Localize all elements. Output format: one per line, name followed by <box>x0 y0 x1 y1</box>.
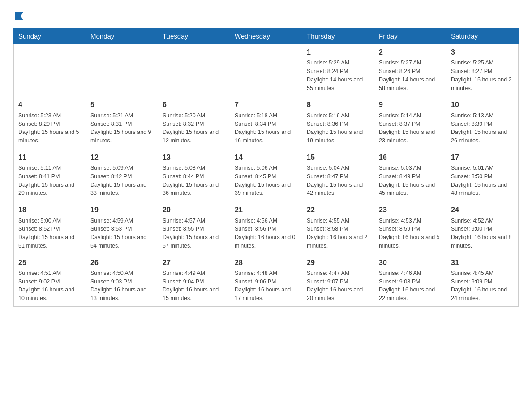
calendar-cell: 23Sunrise: 4:53 AM Sunset: 8:59 PM Dayli… <box>374 201 446 254</box>
calendar-cell: 17Sunrise: 5:01 AM Sunset: 8:50 PM Dayli… <box>446 149 519 201</box>
calendar-week-row: 4Sunrise: 5:23 AM Sunset: 8:29 PM Daylig… <box>14 96 519 149</box>
calendar-cell: 9Sunrise: 5:14 AM Sunset: 8:37 PM Daylig… <box>374 96 446 149</box>
day-number: 14 <box>235 153 297 163</box>
day-number: 31 <box>451 258 514 268</box>
weekday-header-saturday: Saturday <box>446 29 519 44</box>
page-header <box>13 9 519 24</box>
calendar-week-row: 1Sunrise: 5:29 AM Sunset: 8:24 PM Daylig… <box>14 44 519 96</box>
day-info: Sunrise: 5:14 AM Sunset: 8:37 PM Dayligh… <box>379 111 442 145</box>
calendar-cell: 24Sunrise: 4:52 AM Sunset: 9:00 PM Dayli… <box>446 201 519 254</box>
calendar-cell: 25Sunrise: 4:51 AM Sunset: 9:02 PM Dayli… <box>14 254 86 306</box>
calendar-cell: 21Sunrise: 4:56 AM Sunset: 8:56 PM Dayli… <box>230 201 302 254</box>
day-number: 22 <box>307 205 369 215</box>
calendar-cell: 7Sunrise: 5:18 AM Sunset: 8:34 PM Daylig… <box>230 96 302 149</box>
calendar-header-row: SundayMondayTuesdayWednesdayThursdayFrid… <box>14 29 519 44</box>
calendar-cell: 15Sunrise: 5:04 AM Sunset: 8:47 PM Dayli… <box>302 149 374 201</box>
day-info: Sunrise: 4:46 AM Sunset: 9:08 PM Dayligh… <box>379 269 442 303</box>
day-number: 20 <box>163 205 225 215</box>
day-number: 4 <box>18 100 81 110</box>
day-number: 10 <box>451 100 514 110</box>
calendar-cell: 28Sunrise: 4:48 AM Sunset: 9:06 PM Dayli… <box>230 254 302 306</box>
day-info: Sunrise: 5:16 AM Sunset: 8:36 PM Dayligh… <box>307 111 369 145</box>
calendar-cell: 6Sunrise: 5:20 AM Sunset: 8:32 PM Daylig… <box>158 96 230 149</box>
day-number: 25 <box>18 258 81 268</box>
calendar-cell: 19Sunrise: 4:59 AM Sunset: 8:53 PM Dayli… <box>86 201 158 254</box>
calendar-cell: 29Sunrise: 4:47 AM Sunset: 9:07 PM Dayli… <box>302 254 374 306</box>
day-info: Sunrise: 5:11 AM Sunset: 8:41 PM Dayligh… <box>18 164 81 197</box>
calendar-cell <box>14 44 86 96</box>
day-info: Sunrise: 5:25 AM Sunset: 8:27 PM Dayligh… <box>451 59 514 92</box>
weekday-header-wednesday: Wednesday <box>230 29 302 44</box>
weekday-header-sunday: Sunday <box>14 29 86 44</box>
day-info: Sunrise: 5:00 AM Sunset: 8:52 PM Dayligh… <box>18 217 81 250</box>
day-number: 2 <box>379 47 442 57</box>
calendar-cell: 13Sunrise: 5:08 AM Sunset: 8:44 PM Dayli… <box>158 149 230 201</box>
calendar-cell: 14Sunrise: 5:06 AM Sunset: 8:45 PM Dayli… <box>230 149 302 201</box>
day-info: Sunrise: 5:09 AM Sunset: 8:42 PM Dayligh… <box>90 164 153 197</box>
day-info: Sunrise: 4:57 AM Sunset: 8:55 PM Dayligh… <box>163 217 225 250</box>
day-number: 27 <box>163 258 225 268</box>
logo-flag-icon <box>14 11 24 21</box>
day-number: 19 <box>90 205 153 215</box>
day-number: 26 <box>90 258 153 268</box>
calendar-week-row: 11Sunrise: 5:11 AM Sunset: 8:41 PM Dayli… <box>14 149 519 201</box>
day-number: 3 <box>451 47 514 57</box>
day-number: 8 <box>307 100 369 110</box>
calendar-cell: 27Sunrise: 4:49 AM Sunset: 9:04 PM Dayli… <box>158 254 230 306</box>
day-number: 15 <box>307 153 369 163</box>
day-info: Sunrise: 4:47 AM Sunset: 9:07 PM Dayligh… <box>307 269 369 303</box>
day-number: 12 <box>90 153 153 163</box>
day-number: 21 <box>235 205 297 215</box>
day-number: 9 <box>379 100 442 110</box>
day-info: Sunrise: 5:18 AM Sunset: 8:34 PM Dayligh… <box>235 111 297 145</box>
day-number: 30 <box>379 258 442 268</box>
day-info: Sunrise: 4:45 AM Sunset: 9:09 PM Dayligh… <box>451 269 514 303</box>
calendar-cell <box>86 44 158 96</box>
day-info: Sunrise: 5:08 AM Sunset: 8:44 PM Dayligh… <box>163 164 225 197</box>
calendar-cell: 12Sunrise: 5:09 AM Sunset: 8:42 PM Dayli… <box>86 149 158 201</box>
calendar-cell: 8Sunrise: 5:16 AM Sunset: 8:36 PM Daylig… <box>302 96 374 149</box>
calendar-cell: 16Sunrise: 5:03 AM Sunset: 8:49 PM Dayli… <box>374 149 446 201</box>
day-number: 13 <box>163 153 225 163</box>
logo <box>13 9 24 24</box>
day-info: Sunrise: 5:06 AM Sunset: 8:45 PM Dayligh… <box>235 164 297 197</box>
day-info: Sunrise: 5:03 AM Sunset: 8:49 PM Dayligh… <box>379 164 442 197</box>
day-info: Sunrise: 4:56 AM Sunset: 8:56 PM Dayligh… <box>235 217 297 250</box>
calendar-cell: 26Sunrise: 4:50 AM Sunset: 9:03 PM Dayli… <box>86 254 158 306</box>
day-number: 17 <box>451 153 514 163</box>
calendar-cell: 30Sunrise: 4:46 AM Sunset: 9:08 PM Dayli… <box>374 254 446 306</box>
calendar-cell: 18Sunrise: 5:00 AM Sunset: 8:52 PM Dayli… <box>14 201 86 254</box>
weekday-header-monday: Monday <box>86 29 158 44</box>
day-info: Sunrise: 4:50 AM Sunset: 9:03 PM Dayligh… <box>90 269 153 303</box>
calendar-cell: 11Sunrise: 5:11 AM Sunset: 8:41 PM Dayli… <box>14 149 86 201</box>
calendar-cell: 31Sunrise: 4:45 AM Sunset: 9:09 PM Dayli… <box>446 254 519 306</box>
day-number: 29 <box>307 258 369 268</box>
weekday-header-friday: Friday <box>374 29 446 44</box>
day-info: Sunrise: 4:48 AM Sunset: 9:06 PM Dayligh… <box>235 269 297 303</box>
day-info: Sunrise: 5:01 AM Sunset: 8:50 PM Dayligh… <box>451 164 514 197</box>
day-info: Sunrise: 5:04 AM Sunset: 8:47 PM Dayligh… <box>307 164 369 197</box>
calendar-table: SundayMondayTuesdayWednesdayThursdayFrid… <box>13 28 519 307</box>
weekday-header-tuesday: Tuesday <box>158 29 230 44</box>
day-number: 6 <box>163 100 225 110</box>
day-info: Sunrise: 4:51 AM Sunset: 9:02 PM Dayligh… <box>18 269 81 303</box>
day-info: Sunrise: 4:53 AM Sunset: 8:59 PM Dayligh… <box>379 217 442 250</box>
calendar-cell: 5Sunrise: 5:21 AM Sunset: 8:31 PM Daylig… <box>86 96 158 149</box>
calendar-cell: 4Sunrise: 5:23 AM Sunset: 8:29 PM Daylig… <box>14 96 86 149</box>
day-number: 18 <box>18 205 81 215</box>
svg-marker-0 <box>15 12 23 20</box>
day-number: 11 <box>18 153 81 163</box>
day-info: Sunrise: 5:13 AM Sunset: 8:39 PM Dayligh… <box>451 111 514 145</box>
day-number: 1 <box>307 47 369 57</box>
day-number: 23 <box>379 205 442 215</box>
day-info: Sunrise: 5:27 AM Sunset: 8:26 PM Dayligh… <box>379 59 442 92</box>
day-number: 24 <box>451 205 514 215</box>
day-number: 7 <box>235 100 297 110</box>
calendar-cell: 2Sunrise: 5:27 AM Sunset: 8:26 PM Daylig… <box>374 44 446 96</box>
day-info: Sunrise: 4:59 AM Sunset: 8:53 PM Dayligh… <box>90 217 153 250</box>
calendar-cell: 3Sunrise: 5:25 AM Sunset: 8:27 PM Daylig… <box>446 44 519 96</box>
day-info: Sunrise: 5:20 AM Sunset: 8:32 PM Dayligh… <box>163 111 225 145</box>
day-info: Sunrise: 5:29 AM Sunset: 8:24 PM Dayligh… <box>307 59 369 92</box>
day-number: 16 <box>379 153 442 163</box>
day-info: Sunrise: 5:23 AM Sunset: 8:29 PM Dayligh… <box>18 111 81 145</box>
